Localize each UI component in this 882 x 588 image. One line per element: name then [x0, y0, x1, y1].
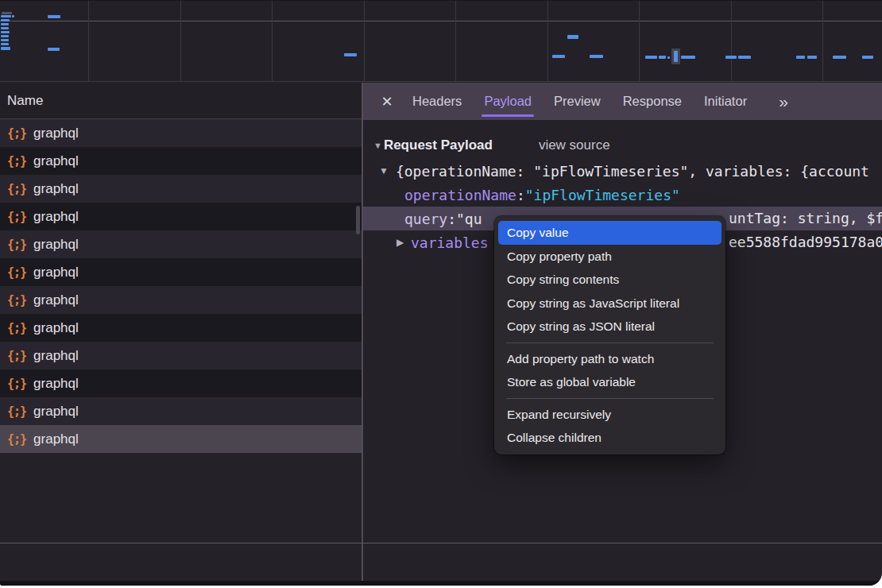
- menu-item-copy-value[interactable]: Copy value: [498, 221, 721, 245]
- operation-name-row[interactable]: operationName: "ipFlowTimeseries": [363, 183, 882, 207]
- waterfall-bar: [344, 53, 357, 56]
- waterfall-bar: [674, 51, 678, 62]
- waterfall-bar: [681, 56, 695, 59]
- property-key: operationName: [404, 187, 516, 203]
- menu-item-copy-string-as-json-literal[interactable]: Copy string as JSON literal: [498, 315, 721, 338]
- request-row[interactable]: {;} graphql: [0, 230, 362, 258]
- waterfall-bar: [667, 56, 670, 59]
- json-request-icon: {;}: [7, 265, 26, 280]
- request-name: graphql: [33, 153, 79, 169]
- view-source-link[interactable]: view source: [539, 137, 610, 153]
- overview-gridline-vertical: [88, 1, 89, 81]
- overview-gridline-vertical: [822, 1, 823, 81]
- value-right-fragment: untTag: string, $f: [729, 207, 882, 230]
- request-row[interactable]: {;} graphql: [0, 397, 362, 425]
- name-column-header[interactable]: Name: [0, 83, 362, 119]
- waterfall-bar: [1, 15, 11, 17]
- property-key: variables: [411, 234, 489, 251]
- waterfall-bar: [48, 48, 60, 51]
- waterfall-bar: [1, 47, 10, 50]
- context-menu: Copy valueCopy property pathCopy string …: [494, 216, 725, 455]
- waterfall-bar: [1, 39, 9, 41]
- tab-payload[interactable]: Payload: [473, 83, 543, 120]
- panel-bottom-edge: [0, 581, 882, 586]
- waterfall-bar: [833, 56, 846, 59]
- json-request-icon: {;}: [7, 154, 26, 168]
- waterfall-bar: [725, 56, 737, 59]
- property-key: query: [404, 211, 447, 227]
- waterfall-bar: [590, 55, 603, 58]
- key-separator: :: [516, 187, 525, 203]
- tab-initiator[interactable]: Initiator: [693, 83, 758, 120]
- property-value: "ipFlowTimeseries": [525, 187, 680, 203]
- more-tabs-icon[interactable]: »: [769, 83, 796, 120]
- request-row[interactable]: {;} graphql: [0, 425, 362, 453]
- overview-gridline-horizontal: [0, 21, 882, 21]
- waterfall-bar: [645, 56, 657, 59]
- payload-object-preview: {operationName: "ipFlowTimeseries", vari…: [396, 163, 869, 180]
- scrollbar-thumb[interactable]: [356, 206, 360, 234]
- expand-icon[interactable]: ▶: [397, 237, 408, 248]
- waterfall-bar: [1, 35, 9, 37]
- request-row[interactable]: {;} graphql: [0, 342, 362, 369]
- request-row[interactable]: {;} graphql: [0, 369, 362, 397]
- menu-item-expand-recursively[interactable]: Expand recursively: [498, 403, 721, 427]
- menu-item-copy-property-path[interactable]: Copy property path: [498, 245, 721, 269]
- waterfall-bar: [738, 56, 751, 59]
- request-name: graphql: [33, 181, 79, 197]
- json-request-icon: {;}: [7, 182, 26, 196]
- menu-item-add-property-path-to-watch[interactable]: Add property path to watch: [498, 347, 721, 371]
- detail-tabbar: ✕ Headers Payload Preview Response Initi…: [363, 83, 882, 120]
- waterfall-bar: [862, 56, 873, 59]
- json-request-icon: {;}: [7, 126, 26, 141]
- waterfall-bar: [1, 19, 10, 21]
- request-row[interactable]: {;} graphql: [0, 314, 362, 342]
- tab-response[interactable]: Response: [612, 83, 693, 120]
- waterfall-bar: [807, 56, 817, 59]
- request-name: graphql: [33, 237, 79, 253]
- section-collapse-icon[interactable]: ▼: [373, 141, 382, 150]
- request-row[interactable]: {;} graphql: [0, 258, 362, 286]
- request-row[interactable]: {;} graphql: [0, 203, 362, 230]
- devtools-network-panel: Name {;} graphql {;} graphql {;} graphql…: [0, 0, 882, 586]
- request-name: graphql: [33, 209, 79, 225]
- request-name: graphql: [33, 292, 79, 308]
- menu-item-store-as-global-variable[interactable]: Store as global variable: [498, 370, 721, 394]
- menu-item-copy-string-as-javascript-literal[interactable]: Copy string as JavaScript literal: [498, 292, 721, 315]
- close-icon[interactable]: ✕: [373, 83, 401, 120]
- request-name: graphql: [33, 320, 79, 336]
- tab-preview[interactable]: Preview: [543, 83, 612, 120]
- json-request-icon: {;}: [7, 432, 26, 447]
- overview-gridline-vertical: [455, 1, 456, 81]
- key-separator: :: [447, 211, 456, 227]
- network-overview-waterfall[interactable]: [0, 0, 882, 82]
- request-row[interactable]: {;} graphql: [0, 119, 362, 147]
- request-list-panel: Name {;} graphql {;} graphql {;} graphql…: [0, 83, 362, 586]
- request-name: graphql: [33, 348, 79, 364]
- waterfall-bar: [796, 56, 805, 59]
- request-row[interactable]: {;} graphql: [0, 175, 362, 203]
- json-request-icon: {;}: [7, 293, 26, 308]
- section-title: Request Payload: [384, 137, 493, 153]
- request-name: graphql: [33, 376, 79, 392]
- json-request-icon: {;}: [7, 321, 26, 335]
- waterfall-bar: [1, 43, 9, 45]
- overview-gridline-vertical: [639, 1, 640, 81]
- payload-root-row[interactable]: ▼ {operationName: "ipFlowTimeseries", va…: [363, 159, 882, 183]
- overview-gridline-vertical: [731, 1, 732, 81]
- request-name: graphql: [33, 126, 79, 141]
- overview-gridline-vertical: [180, 1, 181, 81]
- request-payload-section-header: ▼ Request Payload view source: [363, 132, 882, 159]
- waterfall-bar: [1, 27, 9, 29]
- request-row[interactable]: {;} graphql: [0, 286, 362, 314]
- menu-item-collapse-children[interactable]: Collapse children: [498, 426, 721, 450]
- waterfall-bar: [659, 56, 666, 59]
- request-row[interactable]: {;} graphql: [0, 147, 362, 175]
- waterfall-bar: [567, 35, 578, 39]
- menu-item-copy-string-contents[interactable]: Copy string contents: [498, 268, 721, 292]
- waterfall-bar: [48, 15, 60, 18]
- request-name: graphql: [33, 431, 79, 447]
- tab-headers[interactable]: Headers: [401, 83, 473, 120]
- expand-icon[interactable]: ▼: [379, 165, 389, 176]
- waterfall-bar: [12, 15, 14, 17]
